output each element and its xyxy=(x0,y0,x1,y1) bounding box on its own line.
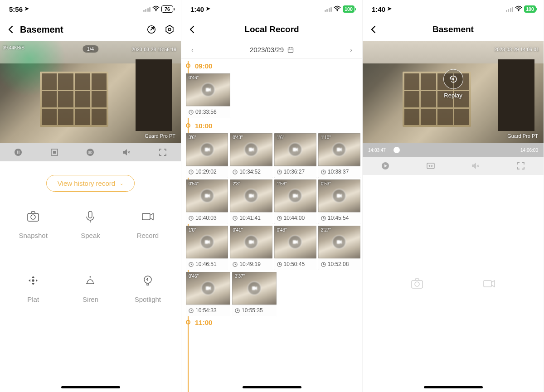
camera-icon xyxy=(26,210,40,223)
stop-button[interactable] xyxy=(48,146,61,159)
home-indicator[interactable] xyxy=(243,386,301,388)
prev-date-button[interactable]: ‹ xyxy=(191,46,194,53)
placeholder-actions xyxy=(363,175,544,392)
clip-grid: 1'0" 10:46:51 0'41" 10:49:19 0'43" 10:50… xyxy=(186,225,362,271)
status-bar: 5:56 ➤ 76 xyxy=(0,0,181,18)
clip-thumbnail[interactable]: 3'6" 10:29:02 xyxy=(186,133,228,178)
home-indicator[interactable] xyxy=(424,386,483,388)
scrub-end: 14:06:00 xyxy=(520,148,538,153)
action-label: Snapshot xyxy=(19,232,47,239)
view-history-button[interactable]: View history record ⌄ xyxy=(46,175,135,192)
back-icon[interactable] xyxy=(6,25,15,34)
replay-button[interactable]: Replay xyxy=(443,69,463,98)
clip-thumbnail[interactable]: 1'10" 10:38:37 xyxy=(318,133,360,178)
mute-button[interactable] xyxy=(469,160,482,172)
svg-rect-48 xyxy=(252,286,255,290)
clip-thumbnail[interactable]: 0'54" 10:40:03 xyxy=(186,179,228,224)
replay-icon xyxy=(443,69,463,89)
clip-thumbnail[interactable]: 1'0" 10:46:51 xyxy=(186,226,228,270)
video-toolbar: SD xyxy=(0,143,181,161)
clip-thumbnail[interactable]: 2'27" 10:52:08 xyxy=(318,226,360,270)
next-date-button[interactable]: › xyxy=(350,46,352,53)
clip-time: 10:52:08 xyxy=(328,261,349,267)
share-icon[interactable] xyxy=(146,24,156,34)
svg-point-4 xyxy=(15,149,22,156)
snapshot-button[interactable]: Snapshot xyxy=(5,210,62,274)
svg-rect-36 xyxy=(337,194,340,198)
hour-label: 11:00 xyxy=(195,319,212,326)
siren-icon xyxy=(83,274,97,287)
clip-thumbnail[interactable]: 0'43" 10:34:52 xyxy=(230,133,272,178)
clip-time: 10:45:54 xyxy=(328,215,349,221)
clip-thumbnail[interactable]: 0'46" 10:54:33 xyxy=(186,272,230,316)
screen-live: 5:56 ➤ 76 Basement 39.44KB/S 1/4 2023-0 xyxy=(0,0,181,392)
play-icon xyxy=(288,143,302,156)
cellular-icon xyxy=(143,7,151,12)
quality-button[interactable]: SD xyxy=(84,146,97,159)
svg-point-18 xyxy=(337,10,338,11)
svg-rect-6 xyxy=(19,151,19,154)
replay-label: Replay xyxy=(444,92,462,98)
calendar-icon[interactable] xyxy=(287,47,294,53)
scrub-start: 14:03:47 xyxy=(368,148,386,153)
clip-thumbnail[interactable]: 0'53" 10:45:54 xyxy=(318,179,360,224)
clip-thumbnail[interactable]: 2'3" 10:41:41 xyxy=(230,179,272,224)
settings-icon[interactable] xyxy=(165,24,175,34)
clip-thumbnail[interactable]: 0'43" 10:50:45 xyxy=(274,226,316,270)
mute-button[interactable] xyxy=(120,146,133,159)
timestamp-label: 2023-03-29 14:06:01 xyxy=(494,47,539,52)
svg-point-55 xyxy=(415,282,419,286)
home-indicator[interactable] xyxy=(61,386,120,388)
clip-thumbnail[interactable]: 0'41" 10:49:19 xyxy=(230,226,272,270)
record-timeline[interactable]: 09:00 0'46" 09:33:56 10:00 3'6" 10:29:02… xyxy=(181,59,362,392)
speed-button[interactable]: 1X xyxy=(424,160,437,172)
watermark-label: Guard Pro PT xyxy=(145,133,175,139)
clip-grid: 0'46" 10:54:33 3'37" 10:55:35 xyxy=(186,271,362,317)
fullscreen-button[interactable] xyxy=(515,160,527,172)
view-history-label: View history record xyxy=(58,179,115,187)
svg-rect-42 xyxy=(293,240,296,244)
page-title: Basement xyxy=(20,24,63,35)
location-icon: ➤ xyxy=(24,5,29,12)
spotlight-button[interactable]: Spotlight xyxy=(119,274,176,338)
date-selector: ‹ 2023/03/29 › xyxy=(181,41,362,59)
clip-time: 10:40:03 xyxy=(195,215,217,221)
play-button[interactable] xyxy=(379,160,392,172)
pause-button[interactable] xyxy=(12,146,24,159)
status-bar: 1:40 ➤ 100 xyxy=(181,0,362,18)
fullscreen-button[interactable] xyxy=(156,146,169,159)
date-label[interactable]: 2023/03/29 xyxy=(250,46,284,53)
page-title: Basement xyxy=(432,24,474,34)
speak-button[interactable]: Speak xyxy=(62,210,119,274)
plat-button[interactable]: Plat xyxy=(5,274,62,338)
back-icon[interactable] xyxy=(369,25,378,34)
svg-rect-44 xyxy=(337,240,340,244)
siren-button[interactable]: Siren xyxy=(62,274,119,338)
camera-icon[interactable] xyxy=(410,277,424,290)
page-indicator: 1/4 xyxy=(83,45,98,53)
svg-rect-30 xyxy=(205,194,208,198)
clip-thumbnail[interactable]: 1'6" 10:36:27 xyxy=(274,133,316,178)
clip-duration: 0'43" xyxy=(233,135,243,140)
ptz-icon xyxy=(26,274,40,287)
video-feed[interactable]: 2023-03-29 14:06:01 Guard Pro PT Replay xyxy=(363,41,544,143)
record-button[interactable]: Record xyxy=(119,210,176,274)
hour-marker: 10:00 xyxy=(186,119,362,132)
play-icon xyxy=(200,143,214,156)
clip-thumbnail[interactable]: 0'46" 09:33:56 xyxy=(186,73,230,118)
back-icon[interactable] xyxy=(188,25,197,34)
clip-duration: 1'10" xyxy=(321,135,331,140)
video-feed[interactable]: 39.44KB/S 1/4 2023-03-28 18:56:19 Guard … xyxy=(0,41,181,143)
clip-thumbnail[interactable]: 3'37" 10:55:35 xyxy=(232,272,277,316)
video-icon[interactable] xyxy=(482,277,496,290)
clip-thumbnail[interactable]: 1'58" 10:44:00 xyxy=(274,179,316,224)
svg-point-15 xyxy=(32,280,34,281)
bitrate-label: 39.44KB/S xyxy=(3,45,24,50)
clip-time: 10:46:51 xyxy=(195,261,217,267)
svg-rect-14 xyxy=(142,213,150,220)
svg-rect-34 xyxy=(293,194,296,198)
svg-rect-26 xyxy=(293,148,296,151)
scrubber[interactable]: 14:03:47 14:06:00 xyxy=(363,143,544,157)
scrub-thumb[interactable] xyxy=(393,147,400,153)
battery-icon: 76 xyxy=(161,5,175,13)
